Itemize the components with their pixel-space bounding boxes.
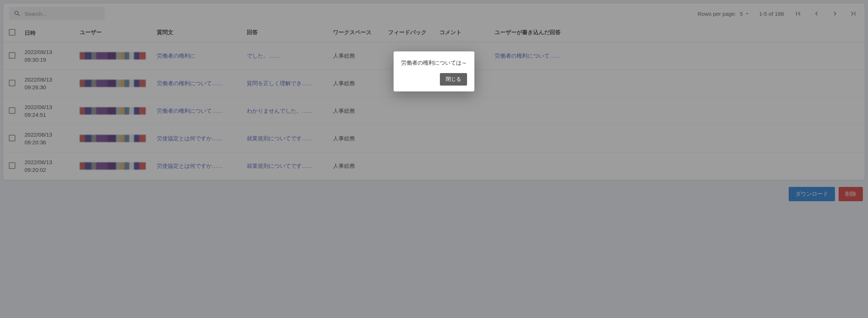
- modal-text: 労働者の権利については～: [401, 59, 467, 66]
- modal-dialog: 労働者の権利については～ 閉じる: [394, 51, 474, 91]
- modal-overlay[interactable]: 労働者の権利については～ 閉じる: [0, 0, 868, 206]
- modal-close-button[interactable]: 閉じる: [440, 73, 467, 86]
